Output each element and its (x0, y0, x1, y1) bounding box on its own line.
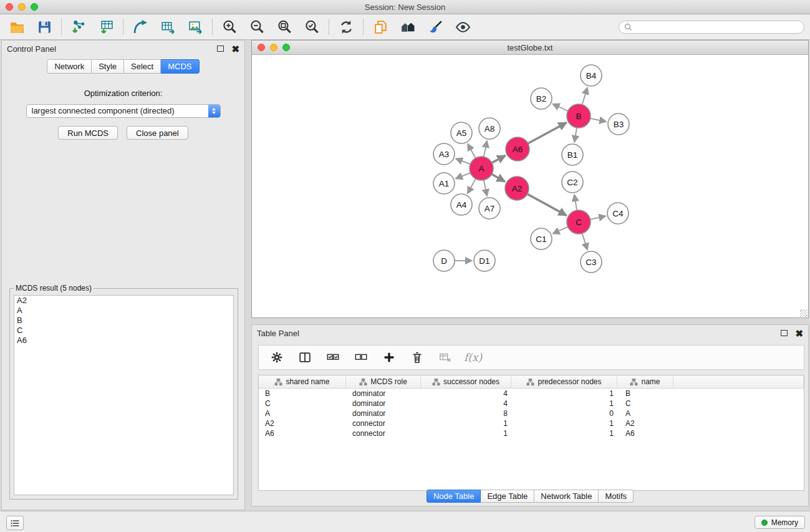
function-builder-button[interactable]: f(x) (464, 351, 482, 364)
delete-table-button[interactable] (436, 348, 455, 367)
mcds-result-item[interactable]: A (14, 306, 233, 316)
graph-node-A8[interactable]: A8 (479, 118, 500, 139)
graph-edge-A6-B[interactable] (528, 122, 567, 143)
split-panel-button[interactable] (296, 348, 314, 367)
tab-node-table[interactable]: Node Table (427, 490, 481, 503)
table-row[interactable]: A6connector11A6 (259, 428, 804, 438)
documents-button[interactable] (371, 17, 390, 36)
tab-edge-table[interactable]: Edge Table (481, 490, 534, 503)
graph-node-D[interactable]: D (433, 250, 455, 271)
unselect-all-button[interactable] (352, 348, 370, 367)
graph-node-A6[interactable]: A6 (506, 137, 529, 161)
mcds-result-item[interactable]: A6 (14, 336, 233, 346)
criterion-dropdown[interactable]: largest connected component (directed) (26, 104, 221, 118)
search-input[interactable] (635, 22, 799, 32)
window-resize-grip[interactable] (800, 309, 808, 317)
column-header-shared-name[interactable]: shared name (259, 375, 346, 388)
network-window-titlebar[interactable]: testGlobe.txt (252, 41, 808, 55)
graph-node-A7[interactable]: A7 (479, 198, 500, 219)
graph-edge-C-C3[interactable] (582, 233, 587, 250)
refresh-button[interactable] (337, 17, 355, 36)
mcds-result-item[interactable]: B (14, 316, 233, 326)
task-history-button[interactable] (6, 516, 24, 530)
graph-node-C4[interactable]: C4 (607, 203, 629, 224)
delete-button[interactable] (408, 348, 427, 367)
tab-select[interactable]: Select (124, 59, 161, 74)
table-row[interactable]: Adominator80A (259, 409, 804, 418)
graph-edge-A-A1[interactable] (456, 173, 471, 179)
mcds-result-item[interactable]: C (14, 326, 233, 336)
zoom-in-button[interactable] (220, 17, 239, 36)
select-all-button[interactable] (324, 348, 342, 367)
graph-node-B2[interactable]: B2 (531, 88, 552, 109)
graph-node-A1[interactable]: A1 (433, 173, 455, 194)
graph-node-A3[interactable]: A3 (433, 143, 455, 165)
table-float-panel-icon[interactable] (781, 330, 788, 336)
graph-node-C3[interactable]: C3 (581, 251, 602, 273)
graph-node-A2[interactable]: A2 (505, 177, 529, 200)
graph-edge-A-A2[interactable] (492, 174, 505, 181)
graph-node-C[interactable]: C (567, 210, 591, 234)
graph-edge-B-B3[interactable] (591, 118, 607, 122)
export-image-button[interactable] (186, 17, 205, 36)
column-header-predecessor-nodes[interactable]: predecessor nodes (511, 375, 617, 388)
graph-edge-A2-C[interactable] (528, 194, 567, 215)
graph-edge-A-A6[interactable] (492, 155, 506, 163)
tab-network[interactable]: Network (47, 59, 92, 74)
table-row[interactable]: Cdominator41C (259, 399, 804, 409)
graph-node-B4[interactable]: B4 (581, 65, 602, 86)
column-header-name[interactable]: name (617, 375, 673, 388)
graph-node-C1[interactable]: C1 (531, 228, 552, 249)
close-window-icon[interactable] (6, 3, 13, 11)
table-row[interactable]: A2connector11A2 (259, 418, 804, 428)
import-network-button[interactable] (69, 17, 88, 36)
tab-motifs[interactable]: Motifs (599, 490, 634, 503)
settings-button[interactable] (268, 348, 286, 367)
graph-node-B[interactable]: B (567, 104, 591, 128)
graph-node-D1[interactable]: D1 (474, 250, 495, 271)
graph-node-A5[interactable]: A5 (451, 122, 472, 143)
table-row[interactable]: Bdominator41B (259, 389, 804, 399)
run-mcds-button[interactable]: Run MCDS (58, 126, 118, 140)
graph-edge-A-A4[interactable] (468, 179, 476, 194)
graph-edge-A-A5[interactable] (468, 143, 476, 158)
table-close-panel-icon[interactable]: ✖ (795, 329, 803, 338)
graph-edge-C-C2[interactable] (574, 195, 577, 210)
graph-node-B1[interactable]: B1 (562, 144, 583, 165)
search-box[interactable] (619, 21, 804, 34)
graph-node-C2[interactable]: C2 (562, 172, 583, 193)
graph-node-A[interactable]: A (470, 157, 493, 180)
zoom-selected-button[interactable] (302, 17, 321, 36)
zoom-fit-button[interactable] (275, 17, 294, 36)
close-panel-icon[interactable]: ✖ (231, 44, 239, 54)
float-panel-icon[interactable] (217, 46, 224, 52)
column-header-successor-nodes[interactable]: successor nodes (421, 375, 511, 388)
tab-network-table[interactable]: Network Table (534, 490, 599, 503)
mcds-result-item[interactable]: A2 (14, 296, 233, 306)
home-button[interactable] (398, 17, 417, 36)
graph-edge-A-A3[interactable] (456, 158, 471, 164)
export-network-button[interactable] (131, 17, 150, 36)
mcds-result-list[interactable]: A2ABCA6 (14, 295, 234, 495)
network-minimize-icon[interactable] (270, 44, 277, 51)
paintbrush-button[interactable] (426, 17, 445, 36)
graph-edge-B-B4[interactable] (582, 87, 588, 105)
save-session-button[interactable] (35, 17, 54, 36)
tab-style[interactable]: Style (92, 59, 124, 74)
graph-edge-B-B1[interactable] (574, 128, 577, 142)
table-header-row[interactable]: shared nameMCDS rolesuccessor nodesprede… (259, 375, 804, 389)
tab-mcds[interactable]: MCDS (161, 59, 199, 74)
open-session-button[interactable] (7, 17, 26, 36)
graph-node-B3[interactable]: B3 (608, 114, 629, 135)
eye-button[interactable] (453, 17, 472, 36)
graph-edge-A-A8[interactable] (484, 141, 487, 157)
graph-edge-C-C1[interactable] (552, 227, 567, 234)
graph-edge-C-C4[interactable] (591, 216, 606, 220)
network-close-icon[interactable] (258, 44, 265, 51)
network-graph[interactable]: B4B2BB3A5A8A6A3AB1A1A2C2A4A7C4C1CC3DD1 (252, 55, 808, 317)
graph-node-A4[interactable]: A4 (451, 194, 472, 215)
import-table-button[interactable] (97, 17, 115, 36)
minimize-window-icon[interactable] (18, 3, 26, 11)
add-button[interactable] (380, 348, 398, 367)
graph-edge-B-B2[interactable] (552, 104, 568, 111)
